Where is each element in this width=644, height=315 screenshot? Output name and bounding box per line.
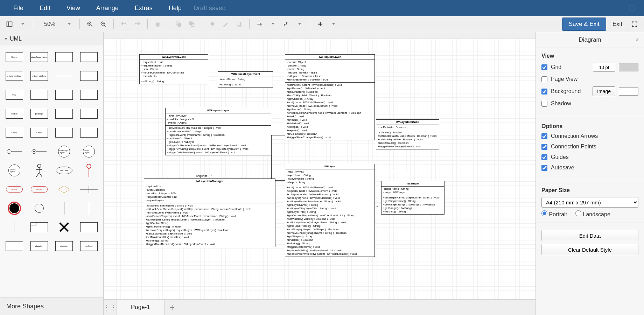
uml-class-IWLayerInfoEvent[interactable]: IWLayerInfoEvent+requestedid : int +requ…: [139, 54, 208, 84]
shape-stencil[interactable]: + item: attribute: [28, 68, 50, 84]
shape-stencil[interactable]: [78, 219, 100, 235]
shape-stencil[interactable]: Activity: [28, 181, 50, 197]
page-tab-1[interactable]: Page-1: [117, 300, 164, 315]
shape-stencil[interactable]: [3, 219, 26, 235]
insert-dropdown[interactable]: [328, 18, 340, 30]
shape-stencil[interactable]: [28, 219, 50, 235]
connection-dropdown[interactable]: [267, 18, 279, 30]
guides-checkbox[interactable]: [541, 154, 547, 160]
shape-stencil[interactable]: [53, 219, 76, 235]
redo-icon[interactable]: [131, 18, 143, 30]
grid-size-input[interactable]: [593, 63, 615, 72]
zoom-in-icon[interactable]: [84, 18, 96, 30]
shape-stencil[interactable]: [78, 106, 100, 122]
uml-class-IWRequestLayer_big[interactable]: IWRequestLayer-parent : Object -children…: [285, 54, 375, 140]
shape-stencil[interactable]: [3, 144, 26, 160]
add-page-button[interactable]: +: [164, 300, 180, 315]
shape-stencil[interactable]: «interface» Name: [28, 49, 50, 65]
shape-stencil[interactable]: [78, 200, 100, 216]
shape-stencil[interactable]: [78, 68, 100, 84]
shape-stencil[interactable]: [53, 87, 76, 103]
shape-stencil[interactable]: [53, 200, 76, 216]
waypoint-dropdown[interactable]: [294, 18, 306, 30]
shape-stencil[interactable]: Activity: [3, 181, 26, 197]
menu-help[interactable]: Help: [162, 2, 188, 15]
shadow-icon[interactable]: [233, 18, 245, 30]
close-icon[interactable]: ×: [635, 36, 639, 44]
delete-icon[interactable]: [152, 18, 164, 30]
background-image-button[interactable]: Image: [593, 86, 615, 96]
shape-stencil[interactable]: [28, 200, 50, 216]
grid-checkbox[interactable]: [541, 64, 547, 70]
canvas-scroll[interactable]: request 1 1 IWLayerInfoEvent+requestedid…: [104, 32, 536, 299]
shadow-checkbox[interactable]: [541, 101, 547, 107]
shape-stencil[interactable]: Class: [28, 125, 50, 141]
shape-stencil[interactable]: [3, 200, 26, 216]
shape-stencil[interactable]: [78, 125, 100, 141]
shape-stencil[interactable]: [3, 238, 26, 254]
portrait-radio[interactable]: Portrait: [541, 210, 567, 218]
shape-stencil[interactable]: [53, 181, 76, 197]
uml-class-IWShape[interactable]: IWShape-shapeName : String -range : IWRa…: [381, 181, 444, 215]
shape-stencil[interactable]: [78, 87, 100, 103]
background-color-swatch[interactable]: [619, 87, 638, 96]
shape-stencil[interactable]: package: [28, 106, 50, 122]
shape-stencil[interactable]: Module: [3, 106, 26, 122]
grid-color-swatch[interactable]: [619, 63, 638, 71]
shape-stencil[interactable]: [53, 125, 76, 141]
paper-size-select[interactable]: A4 (210 mm x 297 mm): [541, 197, 638, 208]
zoom-out-icon[interactable]: [97, 18, 109, 30]
exit-button[interactable]: Exit: [609, 18, 626, 30]
shape-stencil[interactable]: [28, 87, 50, 103]
uml-class-IWLayer[interactable]: IWLayer-map : IWMap -layerName : String …: [285, 164, 375, 257]
shape-stencil[interactable]: Entity Object: [78, 144, 100, 160]
shape-stencil[interactable]: Object: [3, 49, 26, 65]
gear-icon[interactable]: [629, 5, 636, 12]
save-exit-button[interactable]: Save & Exit: [562, 18, 606, 31]
shape-stencil[interactable]: Boundary Object: [53, 144, 76, 160]
conn-arrows-checkbox[interactable]: [541, 133, 547, 139]
waypoint-icon[interactable]: [280, 18, 292, 30]
menu-edit[interactable]: Edit: [33, 2, 57, 15]
shape-stencil[interactable]: [78, 49, 100, 65]
connection-icon[interactable]: [254, 18, 266, 30]
shape-stencil[interactable]: Class: [3, 125, 26, 141]
menu-file[interactable]: File: [7, 2, 30, 15]
fill-color-icon[interactable]: [206, 18, 218, 30]
menu-extras[interactable]: Extras: [128, 2, 159, 15]
clear-style-button[interactable]: Clear Default Style: [541, 244, 638, 255]
shape-stencil[interactable]: [53, 106, 76, 122]
shape-stencil[interactable]: self call: [78, 238, 100, 254]
shape-stencil[interactable]: dispatch: [28, 238, 50, 254]
background-checkbox[interactable]: [541, 89, 547, 94]
landscape-radio[interactable]: Landscape: [575, 210, 610, 218]
to-front-icon[interactable]: [173, 18, 184, 30]
conn-points-checkbox[interactable]: [541, 144, 547, 150]
shape-stencil[interactable]: Title: [3, 87, 26, 103]
menu-arrange[interactable]: Arrange: [90, 2, 125, 15]
shape-stencil[interactable]: [53, 49, 76, 65]
fullscreen-icon[interactable]: [629, 18, 640, 30]
menu-view[interactable]: View: [60, 2, 86, 15]
shape-stencil[interactable]: [53, 68, 76, 84]
line-color-icon[interactable]: [220, 18, 232, 30]
uml-class-IWRequestLayerEvent[interactable]: IWRequestLayerEvent+eventName : String+t…: [218, 71, 273, 88]
insert-icon[interactable]: [314, 18, 326, 30]
uml-class-IWRequestLayer_small[interactable]: IWRequestLayer-layer : IWLayer -maxHits …: [165, 108, 271, 155]
uml-class-IWLayerInterface[interactable]: IWLayerInterface-useDefaults : Boolean-i…: [376, 119, 439, 149]
pageview-checkbox[interactable]: [541, 76, 547, 82]
shape-stencil[interactable]: [78, 181, 100, 197]
sidebar-toggle-dropdown[interactable]: [17, 18, 29, 30]
diagram-canvas[interactable]: request 1 1 IWLayerInfoEvent+requestedid…: [104, 38, 536, 299]
shape-stencil[interactable]: Use Case: [53, 162, 76, 178]
shape-stencil[interactable]: + item: attribute: [3, 68, 26, 84]
autosave-checkbox[interactable]: [541, 165, 547, 171]
sidebar-toggle-icon[interactable]: [4, 18, 15, 30]
shape-stencil[interactable]: dispatch: [53, 238, 76, 254]
more-shapes-button[interactable]: More Shapes...: [0, 298, 103, 315]
shape-stencil[interactable]: [78, 162, 100, 178]
undo-icon[interactable]: [118, 18, 130, 30]
shape-stencil[interactable]: Control Object: [3, 162, 26, 178]
shape-stencil[interactable]: [28, 162, 50, 178]
pages-menu-icon[interactable]: ⋮⋮: [104, 300, 117, 315]
